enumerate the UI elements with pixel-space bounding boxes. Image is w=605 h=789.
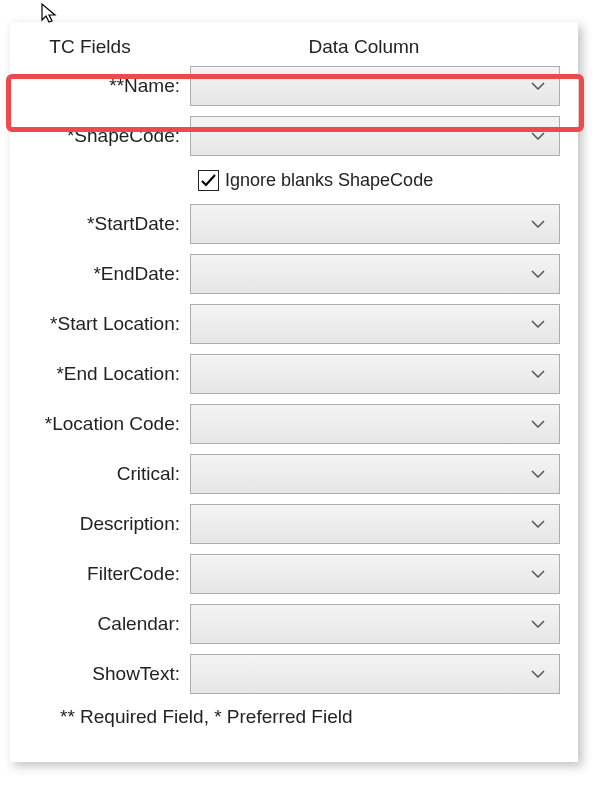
row-description: Description: [10, 502, 578, 546]
chevron-down-icon [531, 82, 545, 90]
dropdown-shapecode[interactable] [190, 116, 560, 156]
chevron-down-icon [531, 270, 545, 278]
dropdown-endlocation[interactable] [190, 354, 560, 394]
legend-text: ** Required Field, * Preferred Field [60, 706, 578, 728]
checkbox-label: Ignore blanks ShapeCode [225, 170, 433, 191]
dropdown-startdate[interactable] [190, 204, 560, 244]
dropdown-showtext[interactable] [190, 654, 560, 694]
label-calendar: Calendar: [10, 613, 190, 635]
label-filtercode: FilterCode: [10, 563, 190, 585]
label-showtext: ShowText: [10, 663, 190, 685]
label-shapecode: *ShapeCode: [10, 125, 190, 147]
mouse-cursor [40, 2, 60, 31]
checkbox-ignore-blanks[interactable] [198, 170, 219, 191]
row-startdate: *StartDate: [10, 202, 578, 246]
header-data-column: Data Column [190, 36, 578, 58]
label-description: Description: [10, 513, 190, 535]
row-enddate: *EndDate: [10, 252, 578, 296]
dropdown-locationcode[interactable] [190, 404, 560, 444]
label-startlocation: *Start Location: [10, 313, 190, 335]
checkmark-icon [200, 172, 217, 189]
chevron-down-icon [531, 220, 545, 228]
row-shapecode: *ShapeCode: [10, 114, 578, 158]
row-critical: Critical: [10, 452, 578, 496]
row-name: **Name: [10, 64, 578, 108]
row-filtercode: FilterCode: [10, 552, 578, 596]
label-locationcode: *Location Code: [10, 413, 190, 435]
chevron-down-icon [531, 420, 545, 428]
dropdown-calendar[interactable] [190, 604, 560, 644]
chevron-down-icon [531, 570, 545, 578]
header-tc-fields: TC Fields [10, 36, 190, 58]
label-endlocation: *End Location: [10, 363, 190, 385]
label-enddate: *EndDate: [10, 263, 190, 285]
chevron-down-icon [531, 132, 545, 140]
chevron-down-icon [531, 320, 545, 328]
row-startlocation: *Start Location: [10, 302, 578, 346]
row-calendar: Calendar: [10, 602, 578, 646]
row-locationcode: *Location Code: [10, 402, 578, 446]
chevron-down-icon [531, 370, 545, 378]
dropdown-description[interactable] [190, 504, 560, 544]
label-startdate: *StartDate: [10, 213, 190, 235]
header-row: TC Fields Data Column [10, 36, 578, 58]
dropdown-startlocation[interactable] [190, 304, 560, 344]
chevron-down-icon [531, 620, 545, 628]
checkbox-row-ignore-blanks: Ignore blanks ShapeCode [198, 164, 578, 196]
chevron-down-icon [531, 520, 545, 528]
label-name: **Name: [10, 75, 190, 97]
row-showtext: ShowText: [10, 652, 578, 696]
row-endlocation: *End Location: [10, 352, 578, 396]
label-critical: Critical: [10, 463, 190, 485]
chevron-down-icon [531, 470, 545, 478]
dropdown-enddate[interactable] [190, 254, 560, 294]
chevron-down-icon [531, 670, 545, 678]
field-mapping-panel: TC Fields Data Column **Name: *ShapeCode… [10, 22, 578, 762]
dropdown-critical[interactable] [190, 454, 560, 494]
dropdown-name[interactable] [190, 66, 560, 106]
dropdown-filtercode[interactable] [190, 554, 560, 594]
